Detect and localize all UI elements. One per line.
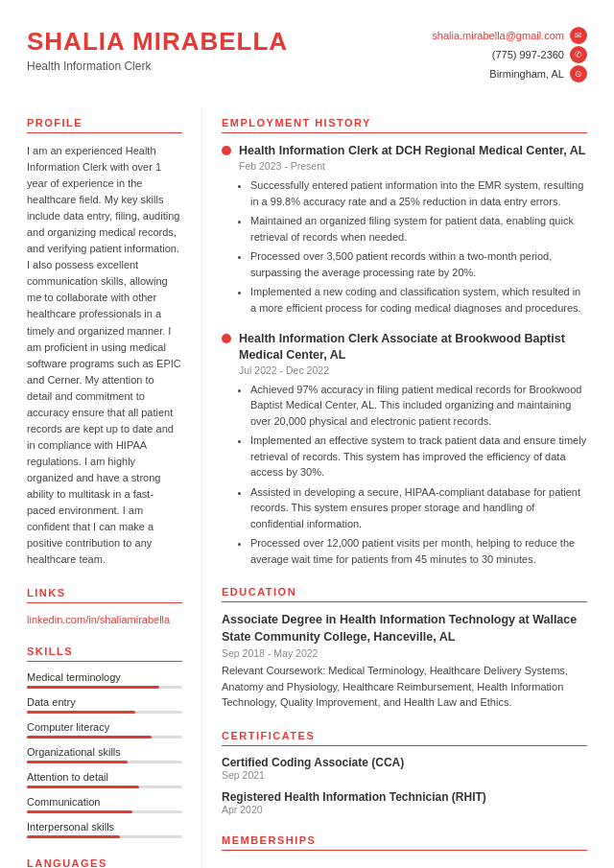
jobs-list: Health Information Clerk at DCH Regional… — [222, 143, 587, 567]
skills-title: SKILLS — [27, 645, 182, 662]
job-title: Health Information Clerk Associate at Br… — [239, 331, 587, 363]
job-dot — [222, 334, 231, 343]
header: SHALIA MIRABELLA Health Information Cler… — [0, 0, 614, 98]
body: PROFILE I am an experienced Health Infor… — [0, 98, 614, 868]
job-bullets: Achieved 97% accuracy in filing patient … — [239, 382, 587, 568]
skill-bar-bg — [27, 711, 182, 714]
phone-text: (775) 997-2360 — [492, 49, 564, 60]
email-icon: ✉ — [570, 27, 587, 44]
skill-name: Computer literacy — [27, 721, 182, 733]
profile-section: PROFILE I am an experienced Health Infor… — [27, 117, 182, 568]
skill-name: Attention to detail — [27, 771, 182, 783]
cert-date: Apr 2020 — [222, 804, 587, 815]
job-date: Feb 2023 - Present — [239, 160, 587, 172]
bullet-item: Processed over 12,000 patient visits per… — [250, 535, 587, 567]
skill-item: Computer literacy — [27, 721, 182, 739]
header-left: SHALIA MIRABELLA Health Information Cler… — [27, 27, 432, 73]
location-text: Birmingham, AL — [489, 68, 564, 80]
edu-coursework: Relevant Coursework: Medical Terminology… — [222, 663, 587, 711]
job-bullets: Successfully entered patient information… — [239, 177, 587, 316]
skill-bar-fill — [27, 786, 139, 788]
candidate-name: SHALIA MIRABELLA — [27, 27, 432, 57]
languages-title: LANGUAGES — [27, 857, 182, 868]
skills-section: SKILLS Medical terminology Data entry Co… — [27, 645, 182, 838]
skill-bar-fill — [27, 835, 120, 838]
resume-container: SHALIA MIRABELLA Health Information Cler… — [0, 0, 614, 868]
skill-name: Data entry — [27, 696, 182, 708]
skill-bar-bg — [27, 686, 182, 689]
skill-bar-fill — [27, 711, 135, 714]
employment-title: EMPLOYMENT HISTORY — [222, 117, 587, 133]
certificates-section: CERTIFICATES Certified Coding Associate … — [222, 730, 587, 815]
cert-title: Registered Health Information Technician… — [222, 790, 587, 804]
job-item: Health Information Clerk Associate at Br… — [222, 331, 587, 567]
edu-degree: Associate Degree in Health Information T… — [222, 612, 587, 645]
profile-text: I am an experienced Health Information C… — [27, 143, 182, 568]
skill-name: Medical terminology — [27, 671, 182, 683]
certificates-list: Certified Coding Associate (CCA) Sep 202… — [222, 756, 587, 815]
education-title: EDUCATION — [222, 586, 587, 602]
skill-bar-bg — [27, 786, 182, 788]
memberships-title: MEMBERSHIPS — [222, 834, 587, 851]
profile-title: PROFILE — [27, 117, 182, 133]
skill-item: Data entry — [27, 696, 182, 714]
contact-location: Birmingham, AL ⊙ — [489, 65, 587, 82]
education-list: Associate Degree in Health Information T… — [222, 612, 587, 711]
candidate-title: Health Information Clerk — [27, 59, 432, 73]
languages-section: LANGUAGES — [27, 857, 182, 868]
skill-item: Attention to detail — [27, 771, 182, 788]
job-dot — [222, 146, 231, 155]
contact-email: shalia.mirabella@gmail.com ✉ — [432, 27, 587, 44]
skill-name: Interpersonal skills — [27, 821, 182, 833]
job-date: Jul 2022 - Dec 2022 — [239, 364, 587, 376]
skill-bar-fill — [27, 810, 132, 813]
cert-item: Certified Coding Associate (CCA) Sep 202… — [222, 756, 587, 781]
job-header: Health Information Clerk Associate at Br… — [222, 331, 587, 363]
bullet-item: Assisted in developing a secure, HIPAA-c… — [250, 484, 587, 532]
skill-item: Interpersonal skills — [27, 821, 182, 838]
skill-bar-fill — [27, 761, 128, 763]
skills-list: Medical terminology Data entry Computer … — [27, 671, 182, 838]
skill-bar-bg — [27, 835, 182, 838]
cert-date: Sep 2021 — [222, 769, 587, 781]
cert-title: Certified Coding Associate (CCA) — [222, 756, 587, 769]
bullet-item: Implemented an effective system to track… — [250, 433, 587, 481]
education-section: EDUCATION Associate Degree in Health Inf… — [222, 586, 587, 711]
bullet-item: Implemented a new coding and classificat… — [250, 284, 587, 316]
skill-name: Communication — [27, 796, 182, 808]
bullet-item: Maintained an organized filing system fo… — [250, 213, 587, 245]
right-column: EMPLOYMENT HISTORY Health Information Cl… — [201, 107, 614, 868]
education-item: Associate Degree in Health Information T… — [222, 612, 587, 711]
skill-item: Communication — [27, 796, 182, 813]
job-title: Health Information Clerk at DCH Regional… — [239, 143, 585, 158]
skill-bar-fill — [27, 686, 159, 689]
cert-item: Registered Health Information Technician… — [222, 790, 587, 815]
skill-bar-fill — [27, 736, 152, 739]
bullet-item: Successfully entered patient information… — [250, 177, 587, 209]
skill-bar-bg — [27, 761, 182, 763]
skill-item: Organizational skills — [27, 746, 182, 763]
phone-icon: ✆ — [570, 46, 587, 63]
skill-name: Organizational skills — [27, 746, 182, 758]
location-icon: ⊙ — [570, 65, 587, 82]
links-title: LINKS — [27, 587, 182, 603]
skill-bar-bg — [27, 810, 182, 813]
employment-section: EMPLOYMENT HISTORY Health Information Cl… — [222, 117, 587, 567]
memberships-section: MEMBERSHIPS — [222, 834, 587, 851]
contact-phone: (775) 997-2360 ✆ — [492, 46, 587, 63]
job-item: Health Information Clerk at DCH Regional… — [222, 143, 587, 316]
skill-bar-bg — [27, 736, 182, 739]
bullet-item: Achieved 97% accuracy in filing patient … — [250, 382, 587, 430]
header-contact: shalia.mirabella@gmail.com ✉ (775) 997-2… — [432, 27, 587, 82]
bullet-item: Processed over 3,500 patient records wit… — [250, 248, 587, 280]
linkedin-link[interactable]: linkedin.com/in/shaliamirabella — [27, 614, 170, 625]
email-link[interactable]: shalia.mirabella@gmail.com — [432, 30, 564, 41]
left-column: PROFILE I am an experienced Health Infor… — [0, 107, 201, 868]
edu-date: Sep 2018 - May 2022 — [222, 647, 587, 659]
links-section: LINKS linkedin.com/in/shaliamirabella — [27, 587, 182, 626]
job-header: Health Information Clerk at DCH Regional… — [222, 143, 587, 158]
certificates-title: CERTIFICATES — [222, 730, 587, 746]
skill-item: Medical terminology — [27, 671, 182, 689]
